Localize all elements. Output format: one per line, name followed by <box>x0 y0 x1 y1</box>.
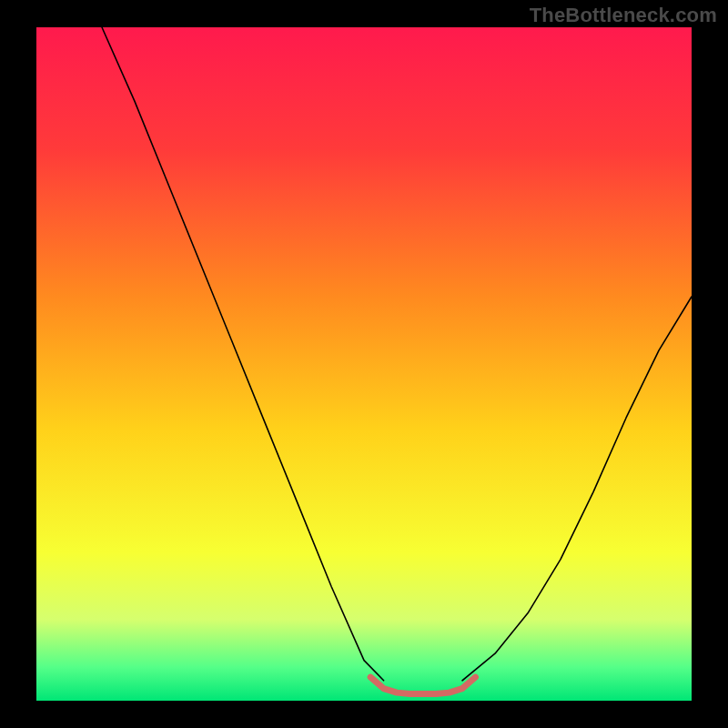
curve-overlay <box>36 27 692 701</box>
series-bottom-marker <box>370 677 475 694</box>
series-left-curve <box>102 27 384 681</box>
chart-frame: TheBottleneck.com <box>0 0 728 728</box>
watermark-text: TheBottleneck.com <box>530 4 717 27</box>
series-right-curve <box>462 297 692 681</box>
